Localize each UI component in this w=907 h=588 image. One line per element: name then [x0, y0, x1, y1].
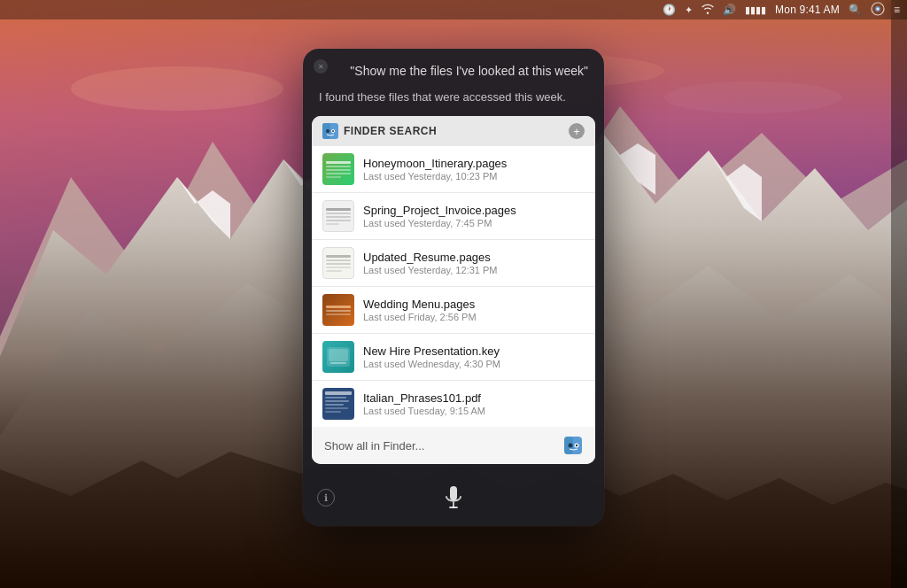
svg-rect-23 [329, 349, 348, 361]
siri-bottom-bar: ℹ [303, 473, 604, 526]
menubar: 🕐 ✦ 🔊 ▮▮▮▮ Mon 9:41 AM 🔍 ≡ [0, 0, 907, 19]
svg-point-16 [876, 7, 879, 10]
battery-icon: ▮▮▮▮ [745, 4, 766, 16]
file-info-4: New Hire Presentation.key Last used Wedn… [363, 344, 585, 369]
file-name-2: Updated_Resume.pages [363, 251, 585, 264]
siri-header: "Show me the files I've looked at this w… [303, 49, 604, 116]
file-info-1: Spring_Project_Invoice.pages Last used Y… [363, 204, 585, 228]
show-all-in-finder[interactable]: Show all in Finder... [324, 439, 424, 453]
menubar-time: Mon 9:41 AM [775, 4, 840, 16]
finder-add-button[interactable]: + [569, 123, 585, 139]
file-thumbnail-4 [322, 341, 354, 373]
file-name-4: New Hire Presentation.key [363, 344, 585, 358]
finder-footer: Show all in Finder... [312, 427, 595, 464]
svg-rect-24 [330, 362, 346, 364]
svg-point-19 [326, 129, 329, 133]
bluetooth-icon[interactable]: ✦ [685, 4, 693, 16]
right-frame-bar [891, 0, 907, 588]
file-info-2: Updated_Resume.pages Last used Yesterday… [363, 251, 585, 275]
file-list: Honeymoon_Itinerary.pages Last used Yest… [312, 146, 595, 427]
file-info-0: Honeymoon_Itinerary.pages Last used Yest… [363, 157, 585, 182]
menubar-right: 🕐 ✦ 🔊 ▮▮▮▮ Mon 9:41 AM 🔍 ≡ [663, 2, 900, 19]
file-info-3: Wedding Menu.pages Last used Friday, 2:5… [363, 298, 585, 322]
file-thumbnail-3 [322, 294, 354, 326]
siri-panel: "Show me the files I've looked at this w… [303, 49, 604, 526]
finder-search-title: FINDER SEARCH [344, 125, 437, 137]
svg-point-27 [569, 444, 573, 448]
file-meta-4: Last used Wednesday, 4:30 PM [363, 359, 585, 369]
file-item-3[interactable]: Wedding Menu.pages Last used Friday, 2:5… [312, 287, 595, 334]
file-item-0[interactable]: Honeymoon_Itinerary.pages Last used Yest… [312, 146, 595, 193]
file-name-5: Italian_Phrases101.pdf [363, 391, 585, 405]
siri-response: I found these files that were accessed t… [319, 89, 588, 106]
file-thumbnail-0 [322, 153, 354, 185]
siri-mic-button[interactable] [438, 482, 469, 514]
siri-close-button[interactable] [314, 59, 328, 74]
svg-point-11 [71, 66, 283, 111]
file-meta-0: Last used Yesterday, 10:23 PM [363, 171, 585, 182]
finder-header-left: FINDER SEARCH [322, 123, 437, 139]
file-item-4[interactable]: New Hire Presentation.key Last used Wedn… [312, 334, 595, 381]
finder-icon [322, 123, 338, 139]
file-meta-5: Last used Tuesday, 9:15 AM [363, 406, 585, 416]
file-info-5: Italian_Phrases101.pdf Last used Tuesday… [363, 391, 585, 416]
file-meta-1: Last used Yesterday, 7:45 PM [363, 218, 585, 228]
clock-icon: 🕐 [663, 4, 676, 16]
svg-point-13 [664, 81, 841, 113]
finder-footer-icon [563, 436, 583, 455]
spotlight-icon[interactable]: 🔍 [849, 4, 862, 16]
finder-card-header: FINDER SEARCH + [312, 116, 595, 146]
file-meta-3: Last used Friday, 2:56 PM [363, 312, 585, 322]
menu-icon[interactable]: ≡ [894, 4, 900, 16]
file-name-0: Honeymoon_Itinerary.pages [363, 157, 585, 170]
file-name-1: Spring_Project_Invoice.pages [363, 204, 585, 217]
file-thumbnail-1 [322, 200, 354, 232]
siri-user-query: "Show me the files I've looked at this w… [319, 63, 588, 81]
finder-search-card: FINDER SEARCH + Honeymoon_ [312, 116, 595, 464]
file-item-5[interactable]: Italian_Phrases101.pdf Last used Tuesday… [312, 381, 595, 427]
svg-point-29 [576, 445, 578, 446]
file-item-2[interactable]: Updated_Resume.pages Last used Yesterday… [312, 240, 595, 287]
file-meta-2: Last used Yesterday, 12:31 PM [363, 265, 585, 275]
file-name-3: Wedding Menu.pages [363, 298, 585, 311]
wifi-icon[interactable] [702, 4, 714, 17]
file-thumbnail-2 [322, 247, 354, 279]
file-item-1[interactable]: Spring_Project_Invoice.pages Last used Y… [312, 193, 595, 240]
siri-info-button[interactable]: ℹ [317, 489, 335, 507]
volume-icon[interactable]: 🔊 [723, 4, 736, 16]
file-thumbnail-5 [322, 388, 354, 420]
siri-menubar-icon[interactable] [871, 2, 885, 19]
svg-rect-30 [450, 486, 457, 500]
svg-point-21 [332, 130, 334, 132]
